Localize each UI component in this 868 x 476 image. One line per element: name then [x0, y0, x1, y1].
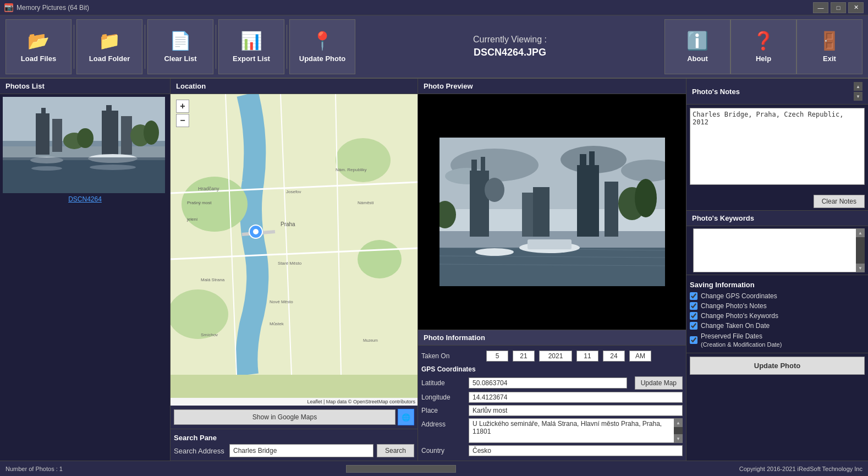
preserved-file-dates-label: Preserved File Dates [701, 332, 762, 340]
svg-rect-56 [470, 171, 489, 237]
svg-text:Prašný most: Prašný most [187, 200, 212, 205]
change-gps-checkbox[interactable] [690, 292, 697, 300]
map-attribution: Leaflet | Map data © OpenStreetMap contr… [307, 399, 415, 404]
map-container[interactable]: Hradčany Malá Strana Praha Josefov Staré… [171, 94, 417, 398]
svg-text:Nám. Republiky: Nám. Republiky [336, 167, 366, 172]
help-button[interactable]: ❓ Help [730, 19, 796, 74]
longitude-value[interactable]: 14.4123674 [469, 392, 683, 403]
help-icon: ❓ [752, 30, 774, 51]
maximize-button[interactable]: □ [831, 2, 846, 13]
taken-on-minute[interactable]: 24 [603, 351, 625, 362]
address-scroll-up[interactable]: ▲ [674, 418, 683, 427]
svg-rect-61 [580, 154, 586, 168]
search-pane-header: Search Pane [174, 433, 414, 444]
address-label: Address [421, 418, 465, 428]
notes-scroll-down-btn[interactable]: ▼ [854, 92, 862, 101]
load-folder-button[interactable]: 📁 Load Folder [76, 19, 142, 74]
photos-list-content[interactable]: DSCN4264 [0, 94, 170, 461]
svg-text:jelení: jelení [186, 217, 198, 222]
zoom-in-button[interactable]: + [176, 100, 189, 113]
change-taken-on-checkbox[interactable] [690, 322, 697, 330]
address-value[interactable]: U Lužického semináře, Malá Strana, Hlavn… [469, 418, 683, 443]
svg-text:Praha: Praha [281, 221, 295, 227]
svg-text:Josefov: Josefov [286, 189, 301, 194]
address-scroll-down[interactable]: ▼ [674, 434, 683, 443]
map-footer: Leaflet | Map data © OpenStreetMap contr… [171, 398, 417, 406]
taken-on-month[interactable]: 5 [486, 351, 508, 362]
google-maps-icon-button[interactable]: 🌐 [398, 409, 414, 425]
place-label: Place [421, 407, 465, 414]
load-folder-icon: 📁 [98, 30, 120, 51]
svg-point-71 [475, 248, 514, 256]
photo-label[interactable]: DSCN4264 [3, 193, 167, 205]
keywords-section: Photo's Keywords ▲ ▼ [686, 210, 868, 275]
right-panel: Photo's Notes ▲ ▼ Charles Bridge, Praha,… [686, 79, 868, 461]
latitude-value[interactable]: 50.0863704 [469, 377, 627, 389]
app-title: Memory Pictures (64 Bit) [17, 4, 89, 12]
change-keywords-row: Change Photo's Keywords [690, 311, 865, 321]
country-value[interactable]: Česko [469, 445, 683, 456]
close-button[interactable]: ✕ [848, 2, 864, 13]
photo-info-grid: Taken On 5 21 2021 11 24 AM GPS Coordina… [418, 346, 686, 461]
toolbar-separator-3 [216, 25, 216, 69]
toolbar-separator-4 [287, 25, 287, 69]
gps-header: GPS Coordinates [421, 363, 683, 375]
main-content: Photos List [0, 79, 868, 461]
taken-on-day[interactable]: 21 [513, 351, 535, 362]
svg-point-44 [253, 229, 259, 234]
notes-textarea[interactable]: Charles Bridge, Praha, Czech Republic, 2… [690, 108, 865, 185]
update-photo-toolbar-button[interactable]: 📍 Update Photo [289, 19, 355, 74]
clear-notes-button[interactable]: Clear Notes [814, 195, 865, 208]
change-taken-on-label: Change Taken On Date [701, 322, 770, 330]
taken-on-hour[interactable]: 11 [576, 351, 598, 362]
change-keywords-checkbox[interactable] [690, 312, 697, 320]
keywords-content[interactable] [693, 228, 861, 272]
taken-on-ampm[interactable]: AM [629, 351, 651, 362]
photo-info-section: Photo Information Taken On 5 21 2021 11 … [418, 330, 686, 461]
taken-on-year[interactable]: 2021 [539, 351, 572, 362]
load-files-icon: 📂 [28, 30, 50, 51]
svg-rect-58 [481, 157, 485, 173]
show-google-maps-button[interactable]: Show in Google Maps [174, 409, 395, 425]
place-row: Place Karlův most [421, 404, 683, 417]
svg-rect-70 [528, 239, 572, 249]
change-notes-checkbox[interactable] [690, 302, 697, 310]
map-controls[interactable]: + − [176, 100, 189, 127]
saving-info-header: Saving Information [690, 278, 865, 291]
photo-thumbnail-svg [3, 97, 165, 193]
statusbar: Number of Photos : 1 Copyright 2016-2021… [0, 461, 868, 476]
clear-list-button[interactable]: 📄 Clear List [147, 19, 213, 74]
keywords-scroll-up[interactable]: ▲ [856, 228, 865, 237]
current-filename: DSCN4264.JPG [361, 47, 659, 58]
keywords-header-label: Photo's Keywords [692, 214, 754, 222]
search-button[interactable]: Search [377, 444, 414, 457]
photo-item[interactable]: DSCN4264 [3, 97, 167, 205]
minimize-button[interactable]: — [813, 2, 828, 13]
keywords-scroll-down[interactable]: ▼ [856, 264, 865, 272]
svg-rect-6 [52, 119, 62, 152]
exit-label: Exit [823, 54, 836, 63]
change-notes-label: Change Photo's Notes [701, 302, 767, 310]
clear-list-label: Clear List [164, 54, 196, 63]
photo-thumbnail[interactable] [3, 97, 165, 193]
change-keywords-label: Change Photo's Keywords [701, 312, 778, 320]
svg-point-59 [485, 178, 504, 202]
load-files-button[interactable]: 📂 Load Files [6, 19, 72, 74]
svg-point-13 [77, 128, 94, 148]
keywords-header: Photo's Keywords [686, 211, 868, 226]
photo-preview-image [418, 94, 686, 330]
preserved-file-dates-checkbox[interactable] [690, 336, 697, 344]
svg-rect-16 [3, 157, 165, 193]
search-address-input[interactable] [229, 444, 373, 457]
notes-scroll-up-btn[interactable]: ▲ [854, 82, 862, 91]
titlebar-controls[interactable]: — □ ✕ [813, 2, 864, 13]
export-list-label: Export List [233, 54, 270, 63]
update-photo-button[interactable]: Update Photo [690, 357, 865, 375]
exit-button[interactable]: 🚪 Exit [796, 19, 862, 74]
svg-text:Hradčany: Hradčany [198, 186, 219, 192]
update-map-button[interactable]: Update Map [635, 376, 683, 390]
about-button[interactable]: ℹ️ About [664, 19, 730, 74]
export-list-button[interactable]: 📊 Export List [218, 19, 284, 74]
zoom-out-button[interactable]: − [176, 114, 189, 127]
place-value[interactable]: Karlův most [469, 405, 683, 416]
